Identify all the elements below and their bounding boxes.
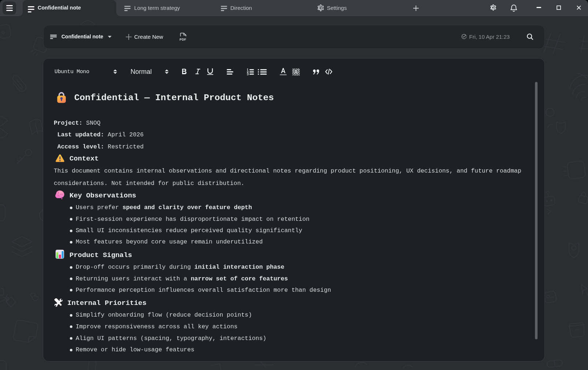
svg-text:PDF: PDF	[180, 38, 186, 41]
